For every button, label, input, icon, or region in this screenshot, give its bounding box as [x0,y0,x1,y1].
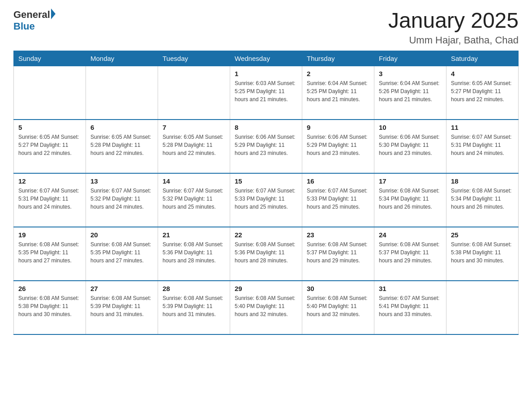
logo: General Blue [13,9,56,32]
day-info: Sunrise: 6:05 AM Sunset: 5:27 PM Dayligh… [18,133,81,157]
day-number: 6 [90,124,153,131]
calendar-week-row: 1Sunrise: 6:03 AM Sunset: 5:25 PM Daylig… [14,66,519,120]
day-number: 14 [163,177,225,185]
day-info: Sunrise: 6:08 AM Sunset: 5:35 PM Dayligh… [90,240,153,265]
day-number: 7 [163,124,225,131]
day-number: 16 [307,177,369,185]
day-info: Sunrise: 6:08 AM Sunset: 5:35 PM Dayligh… [18,240,81,265]
day-info: Sunrise: 6:05 AM Sunset: 5:28 PM Dayligh… [90,133,153,157]
day-number: 1 [235,70,297,77]
day-number: 5 [18,124,81,131]
calendar-cell [158,66,230,120]
calendar-week-row: 26Sunrise: 6:08 AM Sunset: 5:38 PM Dayli… [14,281,519,334]
calendar-week-row: 12Sunrise: 6:07 AM Sunset: 5:31 PM Dayli… [14,173,519,227]
calendar-cell: 27Sunrise: 6:08 AM Sunset: 5:39 PM Dayli… [86,281,158,334]
day-info: Sunrise: 6:08 AM Sunset: 5:36 PM Dayligh… [163,240,225,265]
day-info: Sunrise: 6:08 AM Sunset: 5:34 PM Dayligh… [451,187,514,211]
day-number: 10 [379,124,442,131]
month-title: January 2025 [388,9,519,33]
day-info: Sunrise: 6:08 AM Sunset: 5:37 PM Dayligh… [379,240,442,265]
calendar-cell: 8Sunrise: 6:06 AM Sunset: 5:29 PM Daylig… [230,120,302,173]
day-info: Sunrise: 6:07 AM Sunset: 5:32 PM Dayligh… [90,187,153,211]
calendar-cell: 4Sunrise: 6:05 AM Sunset: 5:27 PM Daylig… [446,66,519,120]
calendar-cell: 21Sunrise: 6:08 AM Sunset: 5:36 PM Dayli… [158,227,230,281]
calendar-cell: 18Sunrise: 6:08 AM Sunset: 5:34 PM Dayli… [446,173,519,227]
day-number: 24 [379,231,442,239]
calendar-cell [86,66,158,120]
page-header: General Blue January 2025 Umm Hajar, Bat… [13,9,519,46]
day-info: Sunrise: 6:04 AM Sunset: 5:26 PM Dayligh… [379,79,442,103]
day-number: 18 [451,177,514,185]
day-number: 23 [307,231,369,239]
day-info: Sunrise: 6:06 AM Sunset: 5:29 PM Dayligh… [307,133,369,157]
day-number: 3 [379,70,442,77]
calendar-cell: 19Sunrise: 6:08 AM Sunset: 5:35 PM Dayli… [14,227,86,281]
calendar-week-row: 5Sunrise: 6:05 AM Sunset: 5:27 PM Daylig… [14,120,519,173]
day-info: Sunrise: 6:07 AM Sunset: 5:33 PM Dayligh… [307,187,369,211]
day-number: 22 [235,231,297,239]
calendar-cell: 31Sunrise: 6:07 AM Sunset: 5:41 PM Dayli… [374,281,446,334]
column-header-sunday: Sunday [14,51,86,66]
calendar-cell: 23Sunrise: 6:08 AM Sunset: 5:37 PM Dayli… [302,227,374,281]
calendar-cell: 2Sunrise: 6:04 AM Sunset: 5:25 PM Daylig… [302,66,374,120]
day-number: 21 [163,231,225,239]
calendar-header-row: SundayMondayTuesdayWednesdayThursdayFrid… [14,51,519,66]
calendar-cell: 20Sunrise: 6:08 AM Sunset: 5:35 PM Dayli… [86,227,158,281]
day-number: 2 [307,70,369,77]
calendar-cell: 16Sunrise: 6:07 AM Sunset: 5:33 PM Dayli… [302,173,374,227]
day-number: 15 [235,177,297,185]
day-info: Sunrise: 6:08 AM Sunset: 5:38 PM Dayligh… [451,240,514,265]
column-header-thursday: Thursday [302,51,374,66]
day-number: 11 [451,124,514,131]
column-header-friday: Friday [374,51,446,66]
day-number: 4 [451,70,514,77]
day-number: 13 [90,177,153,185]
calendar-week-row: 19Sunrise: 6:08 AM Sunset: 5:35 PM Dayli… [14,227,519,281]
day-number: 29 [235,285,297,292]
calendar-table: SundayMondayTuesdayWednesdayThursdayFrid… [13,51,519,335]
calendar-cell: 28Sunrise: 6:08 AM Sunset: 5:39 PM Dayli… [158,281,230,334]
day-info: Sunrise: 6:03 AM Sunset: 5:25 PM Dayligh… [235,79,297,103]
calendar-cell: 1Sunrise: 6:03 AM Sunset: 5:25 PM Daylig… [230,66,302,120]
calendar-cell: 15Sunrise: 6:07 AM Sunset: 5:33 PM Dayli… [230,173,302,227]
day-info: Sunrise: 6:07 AM Sunset: 5:33 PM Dayligh… [235,187,297,211]
calendar-cell [14,66,86,120]
day-number: 25 [451,231,514,239]
day-info: Sunrise: 6:07 AM Sunset: 5:41 PM Dayligh… [379,294,442,318]
day-info: Sunrise: 6:07 AM Sunset: 5:32 PM Dayligh… [163,187,225,211]
day-info: Sunrise: 6:06 AM Sunset: 5:30 PM Dayligh… [379,133,442,157]
calendar-cell: 6Sunrise: 6:05 AM Sunset: 5:28 PM Daylig… [86,120,158,173]
column-header-wednesday: Wednesday [230,51,302,66]
day-info: Sunrise: 6:08 AM Sunset: 5:34 PM Dayligh… [379,187,442,211]
title-block: January 2025 Umm Hajar, Batha, Chad [388,9,519,46]
logo-arrow-icon [51,9,56,19]
column-header-tuesday: Tuesday [158,51,230,66]
calendar-cell: 10Sunrise: 6:06 AM Sunset: 5:30 PM Dayli… [374,120,446,173]
day-number: 28 [163,285,225,292]
calendar-cell: 11Sunrise: 6:07 AM Sunset: 5:31 PM Dayli… [446,120,519,173]
day-number: 19 [18,231,81,239]
day-info: Sunrise: 6:08 AM Sunset: 5:40 PM Dayligh… [307,294,369,318]
calendar-cell: 13Sunrise: 6:07 AM Sunset: 5:32 PM Dayli… [86,173,158,227]
logo-general-text: General [13,9,50,21]
logo-blue-text: Blue [13,21,35,32]
day-info: Sunrise: 6:05 AM Sunset: 5:28 PM Dayligh… [163,133,225,157]
calendar-cell: 29Sunrise: 6:08 AM Sunset: 5:40 PM Dayli… [230,281,302,334]
column-header-monday: Monday [86,51,158,66]
calendar-cell: 30Sunrise: 6:08 AM Sunset: 5:40 PM Dayli… [302,281,374,334]
location-title: Umm Hajar, Batha, Chad [388,34,519,46]
day-number: 27 [90,285,153,292]
day-info: Sunrise: 6:08 AM Sunset: 5:39 PM Dayligh… [90,294,153,318]
column-header-saturday: Saturday [446,51,519,66]
day-info: Sunrise: 6:08 AM Sunset: 5:38 PM Dayligh… [18,294,81,318]
day-info: Sunrise: 6:08 AM Sunset: 5:40 PM Dayligh… [235,294,297,318]
day-number: 17 [379,177,442,185]
calendar-cell: 7Sunrise: 6:05 AM Sunset: 5:28 PM Daylig… [158,120,230,173]
day-info: Sunrise: 6:05 AM Sunset: 5:27 PM Dayligh… [451,79,514,103]
calendar-cell: 24Sunrise: 6:08 AM Sunset: 5:37 PM Dayli… [374,227,446,281]
day-info: Sunrise: 6:06 AM Sunset: 5:29 PM Dayligh… [235,133,297,157]
calendar-cell: 22Sunrise: 6:08 AM Sunset: 5:36 PM Dayli… [230,227,302,281]
day-number: 30 [307,285,369,292]
calendar-cell: 9Sunrise: 6:06 AM Sunset: 5:29 PM Daylig… [302,120,374,173]
day-number: 26 [18,285,81,292]
